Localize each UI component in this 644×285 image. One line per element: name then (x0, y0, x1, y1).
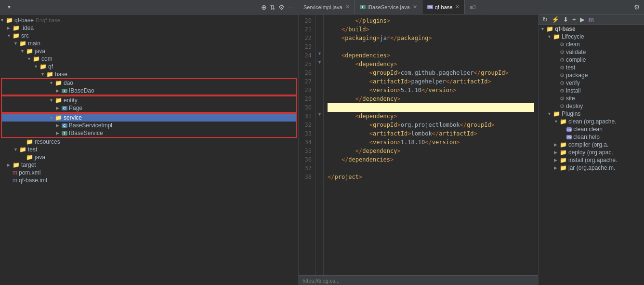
tree-item-qf-base-iml[interactable]: m qf-base.iml (0, 176, 298, 184)
right-panel: ⚙ ↻ ⚡ ⬇ + ▶ m ▼ 📁 qf-base ▼ 📁 Lifecycle … (538, 0, 644, 285)
tree-item-com[interactable]: ▼ 📁 com (0, 55, 298, 63)
tree-item-java-main[interactable]: ▼ 📁 java (0, 47, 298, 55)
tree-item-idea[interactable]: ▶ 📁 .idea (0, 24, 298, 32)
tree-label: entity (64, 97, 78, 104)
maven-execute-icon[interactable]: ▶ (579, 15, 586, 24)
sort-icon[interactable]: ⇅ (270, 3, 276, 11)
maven-refresh-icon[interactable]: ↻ (541, 15, 549, 24)
tree-item-BaseServiceImpl[interactable]: ▶ C BaseServiceImpl (1, 122, 297, 129)
tree-item-qf[interactable]: ▼ 📁 qf (0, 63, 298, 70)
maven-m-icon[interactable]: m (588, 15, 595, 24)
maven-item-lifecycle[interactable]: ▼ 📁 Lifecycle (539, 33, 644, 41)
line-number-23: 23 (301, 42, 312, 51)
maven-label: package (566, 72, 588, 79)
code-line-25: <dependency> (328, 60, 534, 68)
editor-tab-extra[interactable]: ≡3 (465, 0, 481, 14)
tree-item-resources[interactable]: 📁 resources (0, 138, 298, 146)
maven-icon: m (13, 169, 17, 176)
maven-item-install-plugin[interactable]: ▶ 📁 install (org.apache. (539, 156, 644, 164)
line-number-26: 26 (301, 68, 312, 77)
code-area[interactable]: </plugins> </build> <packaging>jar</pack… (324, 14, 538, 275)
tree-item-base[interactable]: ▼ 📁 base (0, 70, 298, 78)
tree-item-entity[interactable]: ▼ 📁 entity (1, 95, 297, 104)
m-run-icon: m (566, 135, 572, 139)
tree-item-target[interactable]: ▶ 📁 target (0, 161, 298, 169)
tab-m-icon: m (427, 5, 433, 9)
line-number-35: 35 (301, 147, 312, 155)
maven-item-plugins[interactable]: ▼ 📁 Plugins (539, 110, 644, 118)
tree-label: com (41, 55, 53, 62)
tree-item-java-test[interactable]: 📁 java (0, 153, 298, 161)
tree-label: base (55, 71, 67, 78)
folder-icon: 📁 (13, 25, 20, 31)
maven-item-deploy[interactable]: ⚙ deploy (539, 102, 644, 110)
maven-item-deploy-plugin[interactable]: ▶ 📁 deploy (org.apac. (539, 149, 644, 156)
editor-tab-qf-base[interactable]: mqf-base✕ (422, 0, 465, 14)
gear-icon: ⚙ (560, 88, 565, 94)
tab-close-btn[interactable]: ✕ (413, 4, 417, 10)
maven-arrow: ▼ (547, 34, 553, 39)
maven-item-verify[interactable]: ⚙ verify (539, 79, 644, 87)
maven-item-compile[interactable]: ⚙ compile (539, 56, 644, 64)
tree-item-main[interactable]: ▼ 📁 main (0, 40, 298, 47)
tab-close-btn[interactable]: ✕ (345, 4, 350, 10)
tab-label: ServiceImpl.java (303, 4, 342, 10)
line-number-24: 24 (301, 51, 312, 60)
tree-item-test[interactable]: ▼ 📁 test (0, 146, 298, 153)
tree-arrow: ▼ (49, 98, 55, 103)
maven-item-install[interactable]: ⚙ install (539, 87, 644, 95)
maven-label: qf-base (555, 26, 576, 32)
maven-item-qf-base-maven[interactable]: ▼ 📁 qf-base (539, 25, 644, 33)
gutter-mark-27 (316, 75, 323, 84)
maven-item-validate[interactable]: ⚙ validate (539, 48, 644, 56)
tree-arrow: ▼ (49, 81, 55, 85)
tree-item-src[interactable]: ▼ 📁 src (0, 32, 298, 40)
maven-item-clean-clean[interactable]: m clean:clean (539, 125, 644, 133)
line-number-22: 22 (301, 34, 312, 42)
gutter-mark-24[interactable]: ▼ (316, 49, 323, 58)
gear-icon: ⚙ (560, 72, 565, 79)
maven-folder-icon: 📁 (560, 118, 567, 125)
maven-run-icon[interactable]: ⚡ (551, 15, 560, 24)
interface-icon: I (62, 131, 67, 136)
tree-arrow: ▼ (13, 147, 19, 152)
tree-item-pom-xml[interactable]: m pom.xml (0, 169, 298, 176)
maven-arrow: ▶ (554, 150, 560, 155)
panel-dropdown-arrow[interactable]: ▼ (7, 4, 12, 10)
tree-item-IBaseService[interactable]: ▶ I IBaseService (1, 129, 297, 138)
maven-item-clean-help[interactable]: m clean:help (539, 133, 644, 141)
maven-item-package[interactable]: ⚙ package (539, 71, 644, 79)
settings-icon[interactable]: ⚙ (278, 3, 285, 11)
editor-tab-ServiceImpl[interactable]: ServiceImpl.java✕ (299, 0, 355, 14)
maven-item-compiler-plugin[interactable]: ▶ 📁 compiler (org.a. (539, 141, 644, 149)
editor-tab-IBaseService[interactable]: IIBaseService.java✕ (355, 0, 422, 14)
maven-download-icon[interactable]: ⬇ (562, 15, 569, 24)
maven-item-test[interactable]: ⚙ test (539, 64, 644, 71)
tree-item-Page[interactable]: ▶ C Page (1, 104, 297, 113)
tree-label: test (28, 146, 37, 153)
tab-close-btn[interactable]: ✕ (455, 4, 460, 10)
tree-item-qf-base-root[interactable]: ▼ 📁 qf-base D:\qf-base (0, 16, 298, 24)
editor-tabs: ServiceImpl.java✕IIBaseService.java✕mqf-… (299, 0, 538, 14)
gutter-mark-28 (316, 84, 323, 93)
maven-settings-icon[interactable]: ⚙ (634, 3, 640, 11)
maven-item-jar-plugin[interactable]: ▶ 📁 jar (org.apache.m. (539, 164, 644, 172)
tree-arrow: ▼ (0, 18, 6, 23)
tree-item-service[interactable]: ▼ 📁 service (1, 113, 297, 122)
gutter-mark-31[interactable]: ▼ (316, 110, 323, 119)
locate-icon[interactable]: ⊕ (261, 3, 267, 11)
maven-item-clean-plugin[interactable]: ▼ 📁 clean (org.apache. (539, 118, 644, 125)
tree-item-dao[interactable]: ▼ 📁 dao (1, 78, 297, 87)
maven-item-site[interactable]: ⚙ site (539, 95, 644, 102)
editor-content: 20212223242526272829303132333435363738 ▼… (299, 14, 538, 275)
gutter-mark-25[interactable]: ▼ (316, 58, 323, 67)
maven-item-clean[interactable]: ⚙ clean (539, 41, 644, 48)
code-line-31: <dependency> (328, 112, 534, 121)
tree-arrow: ▶ (56, 131, 62, 136)
code-line-23 (328, 42, 534, 51)
minimize-icon[interactable]: — (288, 3, 294, 11)
tree-label: IBaseService (69, 130, 103, 136)
tree-arrow: ▼ (13, 41, 19, 46)
tree-item-IBaseDao[interactable]: ▶ I IBaseDao (1, 87, 297, 95)
maven-add-icon[interactable]: + (571, 15, 577, 24)
